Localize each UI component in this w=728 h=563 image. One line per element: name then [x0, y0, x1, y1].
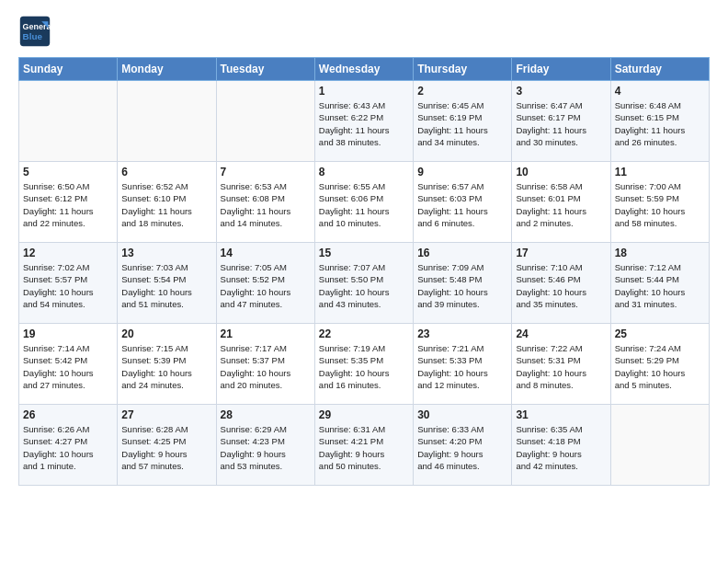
cell-info: Sunrise: 6:45 AM Sunset: 6:19 PM Dayligh… — [417, 99, 507, 148]
calendar-cell: 6Sunrise: 6:52 AM Sunset: 6:10 PM Daylig… — [118, 162, 216, 243]
calendar-cell: 14Sunrise: 7:05 AM Sunset: 5:52 PM Dayli… — [216, 243, 314, 324]
calendar-cell: 2Sunrise: 6:45 AM Sunset: 6:19 PM Daylig… — [414, 81, 512, 162]
calendar-cell: 28Sunrise: 6:29 AM Sunset: 4:23 PM Dayli… — [216, 405, 314, 486]
day-number: 19 — [23, 327, 113, 340]
day-number: 5 — [23, 166, 113, 178]
calendar-week-1: 1Sunrise: 6:43 AM Sunset: 6:22 PM Daylig… — [19, 81, 710, 162]
day-number: 4 — [615, 85, 705, 98]
cell-info: Sunrise: 6:43 AM Sunset: 6:22 PM Dayligh… — [319, 99, 409, 148]
cell-info: Sunrise: 7:10 AM Sunset: 5:46 PM Dayligh… — [516, 261, 606, 310]
day-number: 14 — [221, 247, 311, 259]
cell-info: Sunrise: 6:29 AM Sunset: 4:23 PM Dayligh… — [221, 423, 311, 472]
calendar-cell: 15Sunrise: 7:07 AM Sunset: 5:50 PM Dayli… — [314, 243, 413, 324]
header-row: Sunday Monday Tuesday Wednesday Thursday… — [19, 58, 710, 81]
cell-info: Sunrise: 7:05 AM Sunset: 5:52 PM Dayligh… — [221, 261, 311, 310]
cell-info: Sunrise: 6:33 AM Sunset: 4:20 PM Dayligh… — [417, 423, 507, 472]
calendar-week-5: 26Sunrise: 6:26 AM Sunset: 4:27 PM Dayli… — [19, 405, 710, 486]
day-number: 7 — [221, 166, 311, 178]
day-number: 11 — [615, 166, 705, 178]
day-number: 6 — [121, 166, 211, 178]
calendar-cell: 1Sunrise: 6:43 AM Sunset: 6:22 PM Daylig… — [314, 81, 413, 162]
cell-info: Sunrise: 6:35 AM Sunset: 4:18 PM Dayligh… — [516, 423, 606, 472]
calendar-cell: 5Sunrise: 6:50 AM Sunset: 6:12 PM Daylig… — [19, 162, 118, 243]
calendar-cell: 8Sunrise: 6:55 AM Sunset: 6:06 PM Daylig… — [314, 162, 413, 243]
col-saturday: Saturday — [610, 58, 709, 81]
day-number: 21 — [221, 327, 311, 340]
cell-info: Sunrise: 6:26 AM Sunset: 4:27 PM Dayligh… — [23, 423, 113, 472]
day-number: 17 — [516, 247, 606, 259]
day-number: 30 — [417, 408, 507, 421]
logo: General Blue — [18, 15, 55, 48]
day-number: 24 — [516, 327, 606, 340]
cell-info: Sunrise: 7:19 AM Sunset: 5:35 PM Dayligh… — [319, 342, 409, 391]
calendar-cell: 13Sunrise: 7:03 AM Sunset: 5:54 PM Dayli… — [118, 243, 216, 324]
cell-info: Sunrise: 6:52 AM Sunset: 6:10 PM Dayligh… — [121, 180, 211, 229]
calendar-cell: 18Sunrise: 7:12 AM Sunset: 5:44 PM Dayli… — [610, 243, 709, 324]
calendar-cell — [118, 81, 216, 162]
col-monday: Monday — [118, 58, 216, 81]
cell-info: Sunrise: 6:53 AM Sunset: 6:08 PM Dayligh… — [221, 180, 311, 229]
cell-info: Sunrise: 6:58 AM Sunset: 6:01 PM Dayligh… — [516, 180, 606, 229]
day-number: 25 — [615, 327, 705, 340]
day-number: 18 — [615, 247, 705, 259]
calendar-cell: 22Sunrise: 7:19 AM Sunset: 5:35 PM Dayli… — [314, 324, 413, 405]
day-number: 27 — [121, 408, 211, 421]
day-number: 13 — [121, 247, 211, 259]
calendar-cell: 10Sunrise: 6:58 AM Sunset: 6:01 PM Dayli… — [512, 162, 610, 243]
logo-icon: General Blue — [18, 15, 51, 48]
calendar-cell: 7Sunrise: 6:53 AM Sunset: 6:08 PM Daylig… — [216, 162, 314, 243]
day-number: 1 — [319, 85, 409, 98]
calendar-cell — [216, 81, 314, 162]
calendar-cell: 24Sunrise: 7:22 AM Sunset: 5:31 PM Dayli… — [512, 324, 610, 405]
day-number: 15 — [319, 247, 409, 259]
cell-info: Sunrise: 6:57 AM Sunset: 6:03 PM Dayligh… — [417, 180, 507, 229]
day-number: 31 — [516, 408, 606, 421]
col-tuesday: Tuesday — [216, 58, 314, 81]
calendar-cell: 27Sunrise: 6:28 AM Sunset: 4:25 PM Dayli… — [118, 405, 216, 486]
calendar-table: Sunday Monday Tuesday Wednesday Thursday… — [18, 57, 710, 486]
cell-info: Sunrise: 6:47 AM Sunset: 6:17 PM Dayligh… — [516, 99, 606, 148]
day-number: 22 — [319, 327, 409, 340]
calendar-cell: 4Sunrise: 6:48 AM Sunset: 6:15 PM Daylig… — [610, 81, 709, 162]
day-number: 26 — [23, 408, 113, 421]
day-number: 9 — [417, 166, 507, 178]
day-number: 29 — [319, 408, 409, 421]
cell-info: Sunrise: 6:31 AM Sunset: 4:21 PM Dayligh… — [319, 423, 409, 472]
calendar-cell: 30Sunrise: 6:33 AM Sunset: 4:20 PM Dayli… — [414, 405, 512, 486]
cell-info: Sunrise: 7:02 AM Sunset: 5:57 PM Dayligh… — [23, 261, 113, 310]
cell-info: Sunrise: 7:22 AM Sunset: 5:31 PM Dayligh… — [516, 342, 606, 391]
cell-info: Sunrise: 7:24 AM Sunset: 5:29 PM Dayligh… — [615, 342, 705, 391]
cell-info: Sunrise: 7:09 AM Sunset: 5:48 PM Dayligh… — [417, 261, 507, 310]
calendar-cell: 3Sunrise: 6:47 AM Sunset: 6:17 PM Daylig… — [512, 81, 610, 162]
cell-info: Sunrise: 7:07 AM Sunset: 5:50 PM Dayligh… — [319, 261, 409, 310]
calendar-cell: 17Sunrise: 7:10 AM Sunset: 5:46 PM Dayli… — [512, 243, 610, 324]
col-friday: Friday — [512, 58, 610, 81]
calendar-week-2: 5Sunrise: 6:50 AM Sunset: 6:12 PM Daylig… — [19, 162, 710, 243]
day-number: 10 — [516, 166, 606, 178]
col-sunday: Sunday — [19, 58, 118, 81]
day-number: 20 — [121, 327, 211, 340]
cell-info: Sunrise: 7:03 AM Sunset: 5:54 PM Dayligh… — [121, 261, 211, 310]
day-number: 28 — [221, 408, 311, 421]
cell-info: Sunrise: 7:15 AM Sunset: 5:39 PM Dayligh… — [121, 342, 211, 391]
calendar-cell: 29Sunrise: 6:31 AM Sunset: 4:21 PM Dayli… — [314, 405, 413, 486]
col-thursday: Thursday — [414, 58, 512, 81]
calendar-cell: 26Sunrise: 6:26 AM Sunset: 4:27 PM Dayli… — [19, 405, 118, 486]
cell-info: Sunrise: 7:17 AM Sunset: 5:37 PM Dayligh… — [221, 342, 311, 391]
calendar-cell: 16Sunrise: 7:09 AM Sunset: 5:48 PM Dayli… — [414, 243, 512, 324]
calendar-cell: 21Sunrise: 7:17 AM Sunset: 5:37 PM Dayli… — [216, 324, 314, 405]
col-wednesday: Wednesday — [314, 58, 413, 81]
cell-info: Sunrise: 6:55 AM Sunset: 6:06 PM Dayligh… — [319, 180, 409, 229]
calendar-week-4: 19Sunrise: 7:14 AM Sunset: 5:42 PM Dayli… — [19, 324, 710, 405]
calendar-cell: 19Sunrise: 7:14 AM Sunset: 5:42 PM Dayli… — [19, 324, 118, 405]
cell-info: Sunrise: 7:00 AM Sunset: 5:59 PM Dayligh… — [615, 180, 705, 229]
day-number: 2 — [417, 85, 507, 98]
cell-info: Sunrise: 7:12 AM Sunset: 5:44 PM Dayligh… — [615, 261, 705, 310]
calendar-cell: 25Sunrise: 7:24 AM Sunset: 5:29 PM Dayli… — [610, 324, 709, 405]
calendar-cell: 31Sunrise: 6:35 AM Sunset: 4:18 PM Dayli… — [512, 405, 610, 486]
header: General Blue — [18, 15, 710, 48]
day-number: 16 — [417, 247, 507, 259]
svg-text:Blue: Blue — [23, 31, 43, 41]
calendar-cell: 23Sunrise: 7:21 AM Sunset: 5:33 PM Dayli… — [414, 324, 512, 405]
calendar-cell: 20Sunrise: 7:15 AM Sunset: 5:39 PM Dayli… — [118, 324, 216, 405]
